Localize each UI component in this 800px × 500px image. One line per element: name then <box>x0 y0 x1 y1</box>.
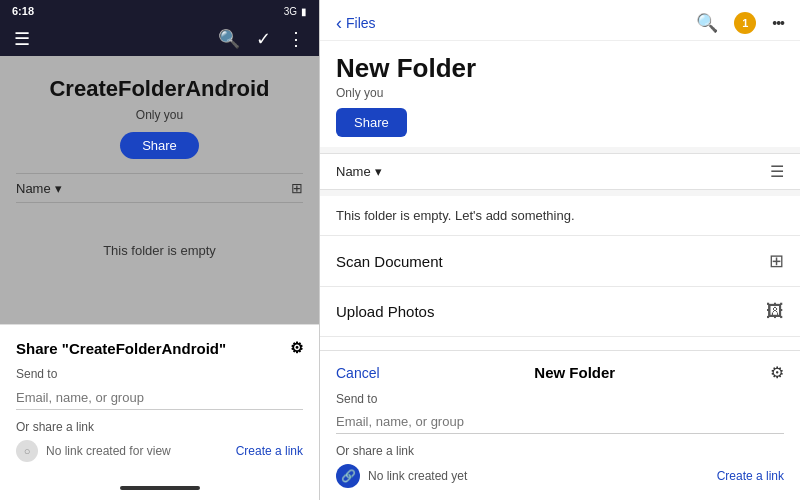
empty-suggestion: This folder is empty. Let's add somethin… <box>320 196 800 236</box>
right-content: New Folder Only you Share Name ▾ ☰ This … <box>320 41 800 350</box>
bottom-bar <box>0 476 319 500</box>
chevron-down-icon[interactable]: ▾ <box>55 181 62 196</box>
send-to-input[interactable] <box>16 386 303 410</box>
right-panel: ‹ Files 🔍 1 ••• New Folder Only you Shar… <box>320 0 800 500</box>
sheet-title-text: Share "CreateFolderAndroid" <box>16 340 226 357</box>
scan-document-icon: ⊞ <box>769 250 784 272</box>
check-icon[interactable]: ✓ <box>256 28 271 50</box>
menu-icon[interactable]: ☰ <box>14 28 30 50</box>
battery-icon: ▮ <box>301 6 307 17</box>
rbs-link-left: 🔗 No link created yet <box>336 464 467 488</box>
rbs-send-to-input[interactable] <box>336 410 784 434</box>
bottom-sheet: Share "CreateFolderAndroid" ⚙ Send to Or… <box>0 324 319 476</box>
send-to-label: Send to <box>16 367 303 381</box>
name-row: Name ▾ ⊞ <box>16 173 303 203</box>
right-name-row: Name ▾ ☰ <box>320 153 800 190</box>
right-bottom-sheet: Cancel New Folder ⚙ Send to Or share a l… <box>320 350 800 500</box>
right-more-icon[interactable]: ••• <box>772 15 784 31</box>
back-label: Files <box>346 15 376 31</box>
scan-document-label: Scan Document <box>336 253 443 270</box>
rbs-cancel-button[interactable]: Cancel <box>336 365 380 381</box>
create-folder-item[interactable]: Create Folder □ <box>320 337 800 350</box>
nav-actions: 🔍 ✓ ⋮ <box>218 28 305 50</box>
rbs-link-icon: 🔗 <box>336 464 360 488</box>
sheet-title: Share "CreateFolderAndroid" ⚙ <box>16 339 303 357</box>
upload-photos-label: Upload Photos <box>336 303 434 320</box>
folder-header: New Folder Only you Share <box>320 41 800 147</box>
left-panel: 6:18 3G ▮ ☰ 🔍 ✓ ⋮ CreateFolderAndroid On… <box>0 0 320 500</box>
right-name-label: Name ▾ <box>336 164 382 179</box>
back-chevron-icon: ‹ <box>336 13 342 34</box>
link-row: ○ No link created for view Create a link <box>16 440 303 462</box>
only-you-label: Only you <box>136 108 183 122</box>
right-only-you: Only you <box>336 86 784 100</box>
right-nav-icons: 🔍 1 ••• <box>696 12 784 34</box>
right-nav: ‹ Files 🔍 1 ••• <box>320 0 800 41</box>
scan-document-item[interactable]: Scan Document ⊞ <box>320 236 800 287</box>
status-icons: 3G ▮ <box>284 6 307 17</box>
folder-content-area: CreateFolderAndroid Only you Share Name … <box>0 56 319 324</box>
notification-badge[interactable]: 1 <box>734 12 756 34</box>
or-share-label: Or share a link <box>16 420 303 434</box>
status-bar: 6:18 3G ▮ <box>0 0 319 22</box>
folder-title: CreateFolderAndroid <box>49 76 269 102</box>
rbs-folder-name: New Folder <box>534 364 615 381</box>
status-time: 6:18 <box>12 5 34 17</box>
signal-icon: 3G <box>284 6 297 17</box>
search-icon[interactable]: 🔍 <box>218 28 240 50</box>
upload-photos-icon: 🖼 <box>766 301 784 322</box>
rbs-create-link-button[interactable]: Create a link <box>717 469 784 483</box>
right-list-icon[interactable]: ☰ <box>770 162 784 181</box>
name-label: Name ▾ <box>16 181 62 196</box>
rbs-link-row: 🔗 No link created yet Create a link <box>336 464 784 488</box>
right-share-button[interactable]: Share <box>336 108 407 137</box>
share-button[interactable]: Share <box>120 132 199 159</box>
create-link-button[interactable]: Create a link <box>236 444 303 458</box>
back-button[interactable]: ‹ Files <box>336 13 376 34</box>
link-icon: ○ <box>16 440 38 462</box>
no-link-text: No link created for view <box>46 444 171 458</box>
right-search-icon[interactable]: 🔍 <box>696 12 718 34</box>
rbs-settings-icon[interactable]: ⚙ <box>770 363 784 382</box>
grid-view-icon[interactable]: ⊞ <box>291 180 303 196</box>
rbs-title-row: Cancel New Folder ⚙ <box>336 363 784 382</box>
link-left: ○ No link created for view <box>16 440 171 462</box>
top-nav: ☰ 🔍 ✓ ⋮ <box>0 22 319 56</box>
home-indicator <box>120 486 200 490</box>
empty-folder-msg: This folder is empty <box>103 243 216 258</box>
rbs-send-to-label: Send to <box>336 392 784 406</box>
right-chevron-icon[interactable]: ▾ <box>375 164 382 179</box>
right-folder-name: New Folder <box>336 53 784 84</box>
upload-photos-item[interactable]: Upload Photos 🖼 <box>320 287 800 337</box>
settings-gear-icon[interactable]: ⚙ <box>290 339 303 357</box>
rbs-or-label: Or share a link <box>336 444 784 458</box>
more-icon[interactable]: ⋮ <box>287 28 305 50</box>
rbs-no-link-text: No link created yet <box>368 469 467 483</box>
